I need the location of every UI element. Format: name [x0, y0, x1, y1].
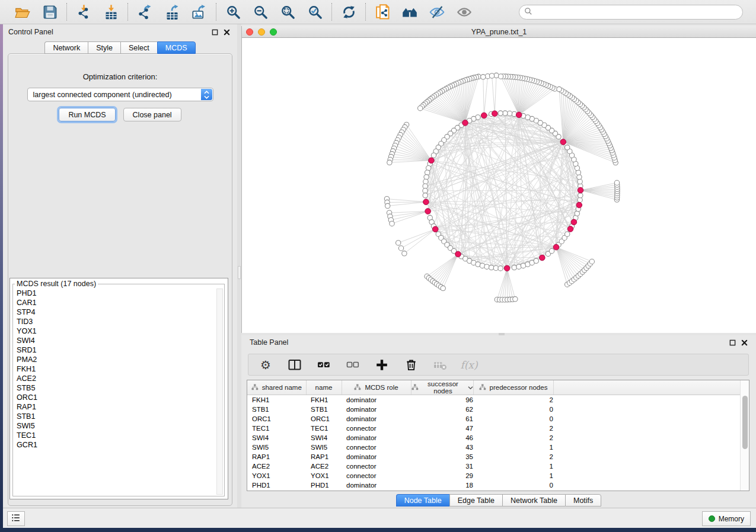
delete-column-icon[interactable] [404, 358, 418, 372]
mcds-node-item[interactable]: YOX1 [14, 326, 215, 336]
table-row[interactable]: SWI4SWI4dominator462 [247, 433, 741, 443]
table-row[interactable]: TEC1TEC1connector472 [247, 424, 741, 433]
close-window-icon[interactable] [246, 28, 253, 36]
attribute-type-icon [479, 384, 486, 392]
clear-table-icon [433, 358, 447, 372]
mcds-node-item[interactable]: PHD1 [14, 289, 215, 298]
mcds-node-item[interactable]: SRD1 [14, 345, 215, 355]
select-all-rows-icon[interactable] [317, 358, 331, 372]
mcds-hub-node [560, 139, 566, 145]
network-window-titlebar[interactable]: YPA_prune.txt_1 [242, 26, 756, 38]
network-file-icon[interactable] [374, 4, 391, 20]
mcds-hub-node [429, 158, 435, 164]
table-scrollbar[interactable] [740, 380, 749, 491]
mcds-hub-node [576, 202, 582, 208]
zoom-in-icon[interactable] [225, 4, 241, 20]
mcds-node-item[interactable]: ACE2 [14, 374, 215, 383]
table-row[interactable]: YOX1YOX1connector291 [247, 471, 741, 480]
table-row[interactable]: ACE2ACE2connector311 [247, 462, 741, 471]
toggle-panel-layout-icon[interactable] [288, 358, 302, 372]
export-table-icon[interactable] [164, 4, 180, 20]
show-hide-panels-button[interactable] [7, 511, 25, 526]
table-row[interactable]: PHD1PHD1dominator180 [247, 480, 741, 490]
mcds-node-item[interactable]: STB1 [14, 412, 215, 421]
table-toolbar: ⚙f(x) [248, 354, 749, 376]
mcds-node-item[interactable]: SWI4 [14, 336, 215, 345]
maximize-window-icon[interactable] [270, 28, 277, 36]
tab-style[interactable]: Style [88, 41, 120, 54]
network-canvas[interactable] [242, 38, 756, 333]
table-row[interactable]: SWI5SWI5connector431 [247, 443, 741, 452]
mcds-node-item[interactable]: GCR1 [14, 440, 215, 450]
criterion-select[interactable]: largest connected component (undirected) [27, 88, 213, 101]
table-row[interactable]: RAP1RAP1dominator352 [247, 452, 741, 462]
float-table-panel-icon[interactable] [729, 339, 736, 346]
tab-edge-table[interactable]: Edge Table [449, 494, 502, 507]
mcds-node-item[interactable]: SWI5 [14, 421, 215, 431]
mcds-hub-node [567, 226, 573, 232]
mcds-node-item[interactable]: CAR1 [14, 298, 215, 307]
close-panel-icon[interactable] [224, 29, 230, 36]
mcds-node-item[interactable]: ORC1 [14, 393, 215, 402]
table-row[interactable]: FKH1FKH1dominator962 [247, 395, 741, 405]
import-network-icon[interactable] [75, 4, 92, 20]
hide-panels-icon[interactable] [429, 4, 445, 20]
mcds-hub-node [425, 209, 431, 214]
close-panel-button[interactable]: Close panel [123, 108, 181, 121]
save-session-icon[interactable] [42, 4, 58, 20]
memory-button[interactable]: Memory [702, 511, 751, 526]
vertical-splitter-handle[interactable] [238, 266, 241, 279]
mcds-node-item[interactable]: TID3 [14, 317, 215, 326]
table-options-icon[interactable]: ⚙ [259, 358, 273, 372]
mcds-node-item[interactable]: TEC1 [14, 431, 215, 440]
export-image-icon[interactable] [191, 4, 208, 20]
run-mcds-button[interactable]: Run MCDS [59, 108, 115, 121]
control-panel: Control Panel NetworkStyleSelectMCDS Opt… [3, 24, 237, 508]
column-header-predecessor-nodes[interactable]: predecessor nodes [473, 380, 553, 395]
tab-motifs[interactable]: Motifs [565, 494, 601, 507]
search-input[interactable] [532, 8, 738, 17]
table-scrollbar-thumb[interactable] [742, 396, 748, 449]
table-row[interactable]: ORC1ORC1dominator610 [247, 414, 741, 424]
float-panel-icon[interactable] [212, 29, 218, 36]
tab-mcds[interactable]: MCDS [157, 41, 196, 54]
mcds-node-item[interactable]: STB5 [14, 383, 215, 393]
mcds-hub-node [578, 187, 583, 193]
deselect-all-rows-icon[interactable] [346, 358, 360, 372]
tab-network-table[interactable]: Network Table [502, 494, 565, 507]
zoom-fit-icon[interactable] [279, 4, 296, 20]
column-header-name[interactable]: name [306, 380, 342, 395]
tab-node-table[interactable]: Node Table [396, 494, 449, 507]
import-table-icon[interactable] [103, 4, 119, 20]
table-panel: Table Panel ⚙f(x) shared namenameMCDS ro… [241, 335, 756, 508]
column-header-successor-nodes[interactable]: successor nodes [411, 380, 473, 395]
attribute-type-icon [354, 384, 361, 392]
show-panels-icon[interactable] [456, 4, 473, 20]
search-box[interactable] [519, 5, 743, 20]
column-header-MCDS-role[interactable]: MCDS role [342, 380, 411, 395]
tab-select[interactable]: Select [120, 41, 157, 54]
search-network-icon[interactable] [401, 4, 418, 20]
mcds-result-scrollbar[interactable] [216, 289, 223, 495]
export-network-icon[interactable] [136, 4, 153, 20]
mcds-node-item[interactable]: RAP1 [14, 402, 215, 412]
add-column-icon[interactable] [375, 358, 389, 372]
zoom-out-icon[interactable] [252, 4, 269, 20]
tab-network[interactable]: Network [44, 41, 88, 54]
mcds-hub-node [462, 120, 468, 126]
refresh-view-icon[interactable] [340, 4, 357, 20]
mcds-node-item[interactable]: STP4 [14, 307, 215, 317]
close-table-panel-icon[interactable] [741, 339, 748, 346]
sort-desc-icon [468, 384, 473, 391]
column-header-shared-name[interactable]: shared name [247, 380, 306, 395]
mcds-node-item[interactable]: PMA2 [14, 355, 215, 364]
search-icon [524, 7, 532, 18]
open-file-icon[interactable] [14, 4, 31, 20]
mcds-result-panel: MCDS result (17 nodes) PHD1CAR1STP4TID3Y… [9, 278, 228, 499]
zoom-selected-icon[interactable] [307, 4, 323, 20]
minimize-window-icon[interactable] [258, 28, 265, 36]
vertical-splitter[interactable] [237, 24, 241, 508]
mcds-node-item[interactable]: FKH1 [14, 364, 215, 374]
mcds-hub-node [455, 251, 461, 257]
table-row[interactable]: STB1STB1dominator620 [247, 405, 741, 414]
